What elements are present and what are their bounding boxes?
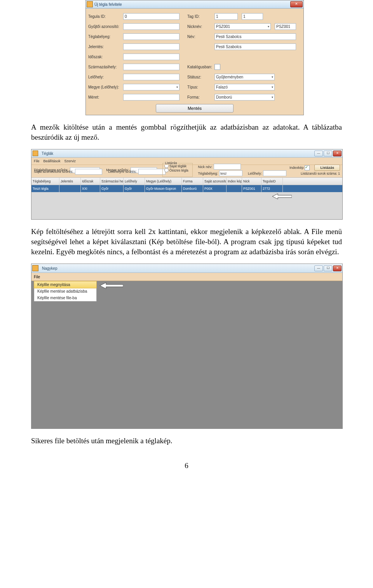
window-title: Téglák bbox=[40, 151, 314, 156]
window-titlebar: Nagykep — ☐ ✕ bbox=[31, 264, 342, 273]
callout-arrow-icon bbox=[100, 282, 123, 290]
meret-label: Méret: bbox=[88, 95, 123, 99]
szarmazas-label: Származásihely: bbox=[88, 65, 123, 69]
listazas-button[interactable]: Listázás bbox=[314, 165, 340, 171]
chevron-down-icon: ▾ bbox=[272, 84, 273, 90]
th-nick[interactable]: Nick bbox=[242, 178, 261, 185]
rowcount-label: Listázandó sorok száma: 1 bbox=[301, 172, 340, 175]
megye-combo[interactable]: ▾ bbox=[123, 84, 180, 90]
jelentes-input[interactable] bbox=[123, 43, 180, 50]
nicknev-label: Nicknév: bbox=[187, 24, 214, 29]
menu-file[interactable]: File bbox=[34, 159, 40, 163]
menu-file[interactable]: File bbox=[34, 275, 40, 279]
new-brick-dialog: Új tégla felvitele ✕ Tegula ID: 0 Tag ID… bbox=[85, 0, 304, 115]
menu-beallitasok[interactable]: Beállítások bbox=[44, 159, 61, 163]
teglabelyeg-input[interactable] bbox=[123, 33, 180, 40]
tag-id-b-input[interactable]: 1 bbox=[242, 13, 263, 20]
idoszak-input[interactable] bbox=[123, 54, 180, 60]
table-row[interactable]: Teszt tégla XXI Győr Győr Győr-Moson-Sop… bbox=[31, 185, 342, 192]
listazas-groupbox: Listázás Saját téglák Összes tégla bbox=[162, 163, 193, 177]
filter-sajatazon-input[interactable] bbox=[75, 169, 102, 175]
window-title: Nagykep bbox=[40, 266, 314, 271]
th-megye[interactable]: Megye (Lelőhely) bbox=[145, 178, 182, 185]
szarmazas-input[interactable] bbox=[123, 64, 180, 70]
app-icon bbox=[87, 1, 93, 7]
nev2-input[interactable]: Pesti Szabolcs bbox=[214, 43, 296, 50]
menu-item-save-file[interactable]: Képfile mentése file-ba bbox=[34, 295, 96, 301]
th-teglabelyeg[interactable]: Téglabélyeg bbox=[31, 178, 59, 185]
lelohely-input[interactable] bbox=[123, 74, 180, 80]
dialog-titlebar: Új tégla felvitele ✕ bbox=[86, 0, 303, 9]
close-icon[interactable]: ✕ bbox=[290, 1, 303, 7]
teglabelyeg2-input[interactable]: tesz bbox=[219, 170, 242, 176]
indexkep-checkbox[interactable]: ✓ bbox=[305, 165, 310, 170]
radio-osszes[interactable] bbox=[164, 168, 169, 172]
nicknev-label: Nick név: bbox=[198, 165, 213, 169]
window-titlebar: Téglák — ☐ ✕ bbox=[31, 149, 342, 158]
menu-item-open[interactable]: Képfile megnyitása bbox=[34, 281, 97, 288]
idoszak-label: Időszak: bbox=[88, 55, 123, 59]
th-forma[interactable]: Forma bbox=[182, 178, 203, 185]
tegula-id-input[interactable]: 0 bbox=[123, 13, 180, 20]
chevron-down-icon: ▾ bbox=[272, 74, 273, 80]
megye-label: Megye (Lelőhely): bbox=[88, 85, 123, 89]
th-szarmazas[interactable]: Származási hely bbox=[100, 178, 124, 185]
callout-arrow-icon bbox=[272, 193, 292, 200]
katalogus-label: Katalógusban: bbox=[187, 65, 214, 69]
save-button[interactable]: Mentés bbox=[156, 104, 234, 113]
chevron-down-icon: ▾ bbox=[268, 24, 269, 29]
minimize-icon[interactable]: — bbox=[314, 151, 323, 156]
bricks-list-window: Téglák — ☐ ✕ File Beállítások Szerviz Té… bbox=[31, 149, 343, 220]
close-icon[interactable]: ✕ bbox=[333, 265, 342, 271]
statusz-label: Státusz: bbox=[187, 75, 214, 79]
th-lelohely[interactable]: Lelőhely bbox=[124, 178, 145, 185]
lelohely2-label: Lelőhely: bbox=[248, 172, 262, 175]
app-icon bbox=[33, 151, 38, 156]
forma-combo[interactable]: Domború▾ bbox=[214, 94, 275, 101]
filter-lelohely-label: Lelőhelyre szűrés: bbox=[108, 170, 137, 173]
svg-marker-1 bbox=[100, 283, 123, 289]
th-sajatazon[interactable]: Saját azonosító bbox=[203, 178, 227, 185]
teglabelyeg2-label: Téglabélyeg: bbox=[198, 172, 218, 175]
th-tegulaid[interactable]: TegulaID bbox=[261, 178, 283, 185]
tipus-combo[interactable]: Falazó▾ bbox=[214, 84, 275, 90]
gyujtoi-label: Gyűjtői azonosító: bbox=[88, 24, 123, 29]
page-number: 6 bbox=[31, 461, 342, 470]
chevron-down-icon: ▾ bbox=[272, 94, 273, 100]
filter-lelohely-input[interactable] bbox=[138, 169, 166, 175]
nev-input[interactable]: Pesti Szabolcs bbox=[214, 33, 296, 40]
tag-id-label: Tag ID: bbox=[187, 14, 214, 19]
maximize-icon[interactable]: ☐ bbox=[324, 151, 332, 156]
statusz-combo[interactable]: Gyűjteményben▾ bbox=[214, 74, 275, 80]
maximize-icon[interactable]: ☐ bbox=[324, 265, 332, 271]
nicknev-input[interactable] bbox=[214, 164, 241, 170]
gyujtoi-input[interactable] bbox=[123, 23, 180, 30]
jelentes-label: Jelentés: bbox=[88, 45, 123, 49]
nagykep-window: Nagykep — ☐ ✕ File Képfile megnyitása Ké… bbox=[31, 264, 343, 429]
paragraph-2: Kép feltöltéséhez a létrejött sorra kell… bbox=[31, 227, 342, 257]
lelohely2-input[interactable] bbox=[263, 170, 286, 176]
menu-item-save-db[interactable]: Képfile mentése adatbázisba bbox=[34, 288, 96, 295]
filter-panel: Téglabélyegre szűrés: Megye szűrés: ▾ Li… bbox=[31, 165, 342, 177]
file-dropdown: Képfile megnyitása Képfile mentése adatb… bbox=[34, 281, 97, 302]
katalogus-checkbox[interactable] bbox=[214, 64, 220, 70]
th-jelentes[interactable]: Jelentés bbox=[59, 178, 81, 185]
table-empty-area bbox=[31, 192, 342, 219]
teglabelyeg-label: Téglabélyeg: bbox=[88, 35, 123, 39]
svg-marker-0 bbox=[272, 194, 292, 199]
tipus-label: Típus: bbox=[187, 85, 214, 89]
nicknev-combo[interactable]: PSZ001▾ bbox=[214, 23, 271, 30]
tag-id-a-input[interactable]: 1 bbox=[214, 13, 238, 20]
table-header: Téglabélyeg Jelentés Időszak Származási … bbox=[31, 177, 342, 185]
menu-szerviz[interactable]: Szerviz bbox=[64, 159, 76, 163]
chevron-down-icon: ▾ bbox=[176, 84, 178, 90]
minimize-icon[interactable]: — bbox=[314, 265, 323, 271]
lelohely-label: Lelőhely: bbox=[88, 75, 123, 79]
dialog-title: Új tégla felvitele bbox=[94, 2, 290, 7]
menu-bar: File bbox=[31, 273, 342, 281]
th-indexkep[interactable]: Index kép bbox=[227, 178, 242, 185]
th-idoszak[interactable]: Időszak bbox=[81, 178, 100, 185]
meret-input[interactable] bbox=[123, 94, 180, 101]
close-icon[interactable]: ✕ bbox=[333, 151, 342, 156]
nicknev-text[interactable]: PSZ001 bbox=[275, 23, 296, 30]
